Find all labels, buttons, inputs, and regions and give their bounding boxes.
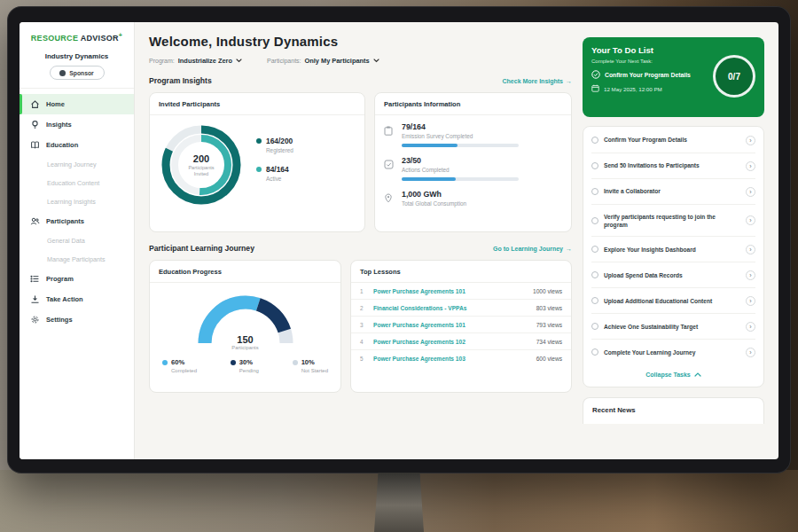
task-label: Upload Spend Data Records [604, 271, 740, 279]
sidebar-item-home[interactable]: Home [20, 94, 134, 114]
arrow-right-icon: → [566, 78, 572, 84]
task-row[interactable]: Achieve One Sustainability Target › [591, 314, 755, 340]
legend-label: Registered [266, 147, 293, 153]
sidebar-item-learning-journey[interactable]: Learning Journey [20, 155, 134, 174]
check-more-insights-link[interactable]: Check More Insights → [503, 78, 572, 84]
todo-next-task[interactable]: Confirm Your Program Details [591, 70, 716, 80]
sidebar-item-label: Program [46, 275, 74, 283]
task-row[interactable]: Explore Your Insights Dashboard › [591, 237, 755, 262]
lesson-title-link[interactable]: Power Purchase Agreements 101 [373, 322, 529, 328]
learning-journey-header: Participant Learning Journey Go to Learn… [149, 244, 572, 253]
card-title: Top Lessons [351, 261, 571, 283]
sidebar-item-insights[interactable]: Insights [20, 114, 134, 135]
sidebar-item-settings[interactable]: Settings [20, 309, 134, 330]
task-checkbox[interactable] [591, 348, 598, 356]
chevron-right-icon[interactable]: › [746, 161, 755, 171]
todo-next-task-label: Confirm Your Program Details [605, 72, 691, 78]
app-logo: RESOURCE ADVISOR+ [20, 32, 134, 43]
logo-resource: RESOURCE [31, 34, 78, 43]
chevron-right-icon[interactable]: › [746, 136, 755, 145]
people-icon [30, 216, 40, 226]
sidebar-item-label: Insights [46, 121, 72, 129]
todo-title: Your To Do List [591, 45, 755, 55]
chevron-right-icon[interactable]: › [746, 187, 755, 197]
sidebar-item-take-action[interactable]: Take Action [20, 289, 134, 309]
task-checkbox[interactable] [591, 188, 598, 195]
task-checkbox[interactable] [591, 162, 598, 169]
task-row[interactable]: Complete Your Learning Journey › [591, 340, 755, 364]
chevron-right-icon[interactable]: › [746, 215, 755, 225]
legend-label: Pending [239, 368, 259, 373]
sponsor-icon [59, 70, 66, 76]
task-checkbox[interactable] [591, 323, 598, 330]
logo-plus: + [119, 32, 122, 38]
collapse-tasks-link[interactable]: Collapse Tasks [591, 364, 755, 386]
task-row[interactable]: Upload Additional Educational Content › [591, 288, 755, 314]
chevron-right-icon[interactable]: › [746, 270, 755, 280]
chevron-right-icon[interactable]: › [746, 348, 755, 357]
lesson-row[interactable]: 5 Power Purchase Agreements 103 600 view… [351, 350, 571, 366]
chevron-right-icon[interactable]: › [746, 322, 755, 332]
program-filter-value: Industrialize Zero [178, 57, 232, 65]
go-to-learning-journey-link[interactable]: Go to Learning Journey → [493, 246, 572, 252]
task-checkbox[interactable] [591, 271, 598, 278]
todo-progress-value: 0/7 [728, 72, 740, 82]
lesson-row[interactable]: 2 Financial Considerations - VPPAs 803 v… [351, 300, 571, 317]
task-label: Invite a Collaborator [604, 187, 740, 195]
stat-label: Total Global Consumption [402, 200, 466, 207]
sidebar-item-learning-insights[interactable]: Learning Insights [20, 192, 134, 211]
task-row[interactable]: Send 50 Invitations to Participants › [591, 153, 755, 179]
sidebar-item-program[interactable]: Program [20, 269, 134, 289]
legend-label: Completed [171, 368, 197, 373]
chevron-down-icon [236, 59, 242, 63]
task-label: Upload Additional Educational Content [604, 297, 740, 305]
lesson-row[interactable]: 4 Power Purchase Agreements 102 734 view… [351, 333, 571, 350]
lesson-row[interactable]: 3 Power Purchase Agreements 101 793 view… [351, 317, 571, 333]
recent-news-card: Recent News [583, 397, 764, 424]
legend-item-pending: 30% Pending [231, 358, 259, 373]
sidebar-divider [20, 88, 134, 89]
lesson-title-link[interactable]: Power Purchase Agreements 103 [373, 356, 529, 362]
todo-due-label: 12 May 2025, 12:00 PM [604, 86, 662, 92]
task-row[interactable]: Upload Spend Data Records › [591, 262, 755, 288]
monitor-frame: RESOURCE ADVISOR+ Industry Dynamics Spon… [7, 6, 791, 473]
program-insights-header: Program Insights Check More Insights → [149, 76, 572, 85]
task-checkbox[interactable] [591, 297, 598, 304]
sidebar-item-participants[interactable]: Participants [20, 211, 134, 231]
task-row[interactable]: Confirm Your Program Details › [591, 128, 755, 153]
chevron-right-icon[interactable]: › [746, 296, 755, 306]
lesson-title-link[interactable]: Power Purchase Agreements 102 [373, 339, 529, 345]
stat-emission-survey: 79/164 Emission Survey Completed [375, 115, 571, 149]
education-legend: 60% Completed 30% Pending 10% Not Starte… [150, 350, 340, 373]
lesson-title-link[interactable]: Power Purchase Agreements 101 [373, 288, 526, 294]
collapse-label: Collapse Tasks [645, 372, 690, 378]
task-checkbox[interactable] [591, 217, 598, 224]
lesson-rank: 2 [360, 305, 366, 311]
task-checkbox[interactable] [591, 246, 598, 253]
sidebar-item-label: Education [46, 141, 78, 149]
task-checkbox[interactable] [591, 137, 598, 144]
legend-dot [162, 360, 168, 365]
lesson-views: 1000 views [533, 288, 562, 294]
legend-dot [293, 360, 298, 365]
chevron-right-icon[interactable]: › [746, 245, 755, 254]
program-filter[interactable]: Program: Industrialize Zero [149, 57, 242, 65]
logo-advisor: ADVISOR [81, 34, 119, 43]
sponsor-badge[interactable]: Sponsor [50, 66, 105, 80]
sidebar-item-label: Participants [46, 217, 84, 225]
legend-item-completed: 60% Completed [162, 358, 197, 373]
legend-label: Active [266, 176, 293, 182]
task-row[interactable]: Invite a Collaborator › [591, 179, 755, 205]
filter-bar: Program: Industrialize Zero Participants… [149, 57, 572, 65]
lesson-title-link[interactable]: Financial Considerations - VPPAs [373, 305, 529, 311]
participants-filter[interactable]: Participants: Only My Participants [267, 57, 379, 65]
education-progress-card: Education Progress 150 Participants [149, 260, 341, 393]
lesson-row[interactable]: 1 Power Purchase Agreements 101 1000 vie… [351, 283, 571, 300]
sidebar-item-education-content[interactable]: Education Content [20, 174, 134, 192]
task-row[interactable]: Verify participants requesting to join t… [591, 205, 755, 237]
sidebar-item-education[interactable]: Education [20, 135, 134, 155]
todo-column: Your To Do List Complete Your Next Task:… [583, 22, 778, 459]
sidebar-item-general-data[interactable]: General Data [20, 231, 134, 250]
sidebar-item-manage-participants[interactable]: Manage Participants [20, 250, 134, 269]
card-title: Invited Participants [150, 93, 364, 115]
